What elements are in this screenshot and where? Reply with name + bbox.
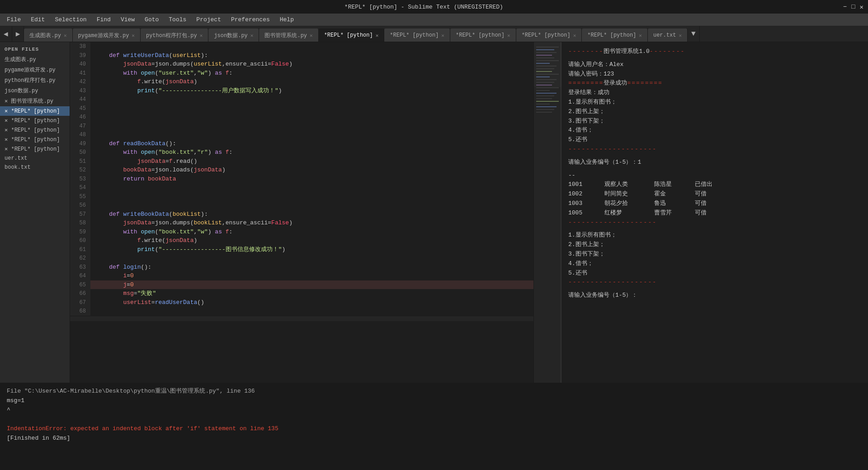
- tab-8-close[interactable]: ✕: [573, 33, 576, 38]
- menu-edit[interactable]: Edit: [26, 14, 49, 25]
- repl-table-row-4: 1005 红楼梦 曹雪芹 可借: [568, 209, 861, 218]
- minimap: [533, 42, 561, 383]
- menu-help[interactable]: Help: [275, 14, 298, 25]
- repl-table-row-3: 1003 朝花夕拾 鲁迅 可借: [568, 199, 861, 209]
- tab-10-close[interactable]: ✕: [679, 33, 682, 38]
- menu-selection[interactable]: Selection: [50, 14, 91, 25]
- sidebar-item-5[interactable]: ✕ *REPL* [python]: [0, 106, 70, 116]
- code-line-48: 48: [70, 130, 533, 139]
- repl-menu-5: 5.还书: [568, 135, 861, 145]
- tab-0-label: 生成图表.py: [29, 32, 61, 39]
- console-finish-line: [Finished in 62ms]: [7, 434, 861, 443]
- tab-3-close[interactable]: ✕: [250, 33, 254, 38]
- sidebar-item-2[interactable]: python程序打包.py: [0, 75, 70, 85]
- code-line-39: 39 def writeUserData(userList):: [70, 51, 533, 60]
- svg-rect-16: [536, 90, 550, 91]
- repl-password: 请输入密码：123: [568, 70, 861, 79]
- sidebar-header: OPEN FILES: [0, 44, 70, 54]
- code-line-66: 66 msg="失败": [70, 289, 533, 298]
- tab-9-close[interactable]: ✕: [639, 33, 642, 38]
- code-line-43: 43 print("-----------------用户数据写入成功！"): [70, 86, 533, 95]
- sidebar-item-8[interactable]: ✕ *REPL* [python]: [0, 135, 70, 144]
- tab-10[interactable]: uer.txt✕: [648, 28, 688, 42]
- repl-login-success: ========登录成功========: [568, 79, 861, 88]
- tab-7[interactable]: *REPL* [python]✕: [450, 28, 516, 42]
- tab-9[interactable]: *REPL* [python]✕: [582, 28, 648, 42]
- tab-3-label: json数据.py: [214, 32, 247, 39]
- tab-next-button[interactable]: ▶: [12, 26, 24, 42]
- menu-file[interactable]: File: [2, 14, 25, 25]
- close-button[interactable]: ✕: [860, 3, 863, 11]
- tab-6-close[interactable]: ✕: [441, 33, 444, 38]
- tab-4[interactable]: 图书管理系统.py✕: [259, 28, 318, 42]
- svg-rect-20: [536, 101, 559, 102]
- code-line-68: 68: [70, 307, 533, 316]
- console-line-1: File "C:\Users\AC-Mirabelle\Desktop\pyth…: [7, 387, 861, 396]
- tab-7-close[interactable]: ✕: [507, 33, 510, 38]
- tab-2[interactable]: python程序打包.py✕: [141, 28, 208, 42]
- repl-menu-3: 3.图书下架；: [568, 117, 861, 126]
- menu-tools[interactable]: Tools: [164, 14, 191, 25]
- maximize-button[interactable]: □: [851, 3, 855, 11]
- menu-goto[interactable]: Goto: [140, 14, 163, 25]
- menu-preferences[interactable]: Preferences: [226, 14, 274, 25]
- tab-5[interactable]: *REPL* [python]✕: [319, 28, 385, 42]
- sidebar-item-6[interactable]: ✕ *REPL* [python]: [0, 116, 70, 125]
- tab-3[interactable]: json数据.py✕: [208, 28, 259, 42]
- code-line-50: 50 with open("book.txt","r") as f:: [70, 148, 533, 157]
- code-line-57: 57 def writeBookData(bookList):: [70, 210, 533, 219]
- tab-5-close[interactable]: ✕: [376, 33, 379, 38]
- tab-prev-button[interactable]: ◀: [0, 26, 12, 42]
- title-bar: *REPL* [python] - Sublime Text (UNREGIST…: [0, 0, 868, 14]
- code-line-61: 61 print("------------------图书信息修改成功！"): [70, 245, 533, 254]
- repl-separator3: --------------------: [568, 278, 861, 287]
- sidebar-item-11[interactable]: book.txt: [0, 163, 70, 172]
- sidebar-item-1[interactable]: pygame游戏开发.py: [0, 65, 70, 75]
- tab-1[interactable]: pygame游戏开发.py✕: [73, 28, 141, 42]
- code-line-62: 62: [70, 254, 533, 263]
- sidebar-item-3[interactable]: json数据.py: [0, 85, 70, 96]
- sidebar-item-0[interactable]: 生成图表.py: [0, 54, 70, 65]
- tab-8[interactable]: *REPL* [python]✕: [516, 28, 582, 42]
- tab-10-label: uer.txt: [653, 32, 676, 38]
- tab-bar: ◀ ▶ 生成图表.py✕ pygame游戏开发.py✕ python程序打包.p…: [0, 26, 868, 42]
- code-line-53: 53 return bookData: [70, 175, 533, 184]
- repl-blank-1: [568, 57, 861, 60]
- repl-menu-4: 4.借书；: [568, 126, 861, 135]
- tab-0[interactable]: 生成图表.py✕: [24, 28, 72, 42]
- code-line-47: 47: [70, 122, 533, 131]
- repl-login-result: 登录结果：成功: [568, 88, 861, 98]
- editor-panel: 38 39 def writeUserData(userList): 40 js…: [70, 42, 868, 383]
- repl-blank-3: [568, 167, 861, 171]
- menu-find[interactable]: Find: [92, 14, 115, 25]
- tab-4-close[interactable]: ✕: [310, 33, 313, 38]
- svg-rect-25: [534, 42, 561, 87]
- svg-rect-18: [536, 95, 554, 96]
- code-line-44: 44: [70, 95, 533, 104]
- menu-project[interactable]: Project: [192, 14, 226, 25]
- tab-1-close[interactable]: ✕: [132, 33, 135, 38]
- code-line-60: 60 f.write(jsonData): [70, 236, 533, 245]
- sidebar: OPEN FILES 生成图表.py pygame游戏开发.py python程…: [0, 42, 70, 383]
- sidebar-item-9[interactable]: ✕ *REPL* [python]: [0, 144, 70, 154]
- tab-7-label: *REPL* [python]: [456, 32, 505, 38]
- sidebar-item-4[interactable]: ✕ 图书管理系统.py: [0, 96, 70, 106]
- console-line-4: [7, 415, 861, 424]
- sidebar-item-7[interactable]: ✕ *REPL* [python]: [0, 125, 70, 135]
- code-editor[interactable]: 38 39 def writeUserData(userList): 40 js…: [70, 42, 533, 383]
- window-controls[interactable]: − □ ✕: [843, 3, 863, 11]
- menu-view[interactable]: View: [116, 14, 139, 25]
- code-line-63: 63 def login():: [70, 263, 533, 272]
- tab-overflow-button[interactable]: ▼: [688, 26, 700, 42]
- sidebar-item-10[interactable]: uer.txt: [0, 154, 70, 163]
- repl-separator2: --------------------: [568, 218, 861, 228]
- repl-blank-4: [568, 227, 861, 231]
- minimize-button[interactable]: −: [843, 3, 847, 11]
- svg-rect-23: [536, 109, 554, 110]
- console-error-line: IndentationError: expected an indented b…: [7, 424, 861, 434]
- tab-2-close[interactable]: ✕: [200, 33, 203, 38]
- tab-0-close[interactable]: ✕: [64, 33, 67, 38]
- repl-menu2-2: 2.图书上架；: [568, 240, 861, 250]
- horizontal-scrollbar[interactable]: [70, 316, 533, 321]
- tab-6[interactable]: *REPL* [python]✕: [384, 28, 450, 42]
